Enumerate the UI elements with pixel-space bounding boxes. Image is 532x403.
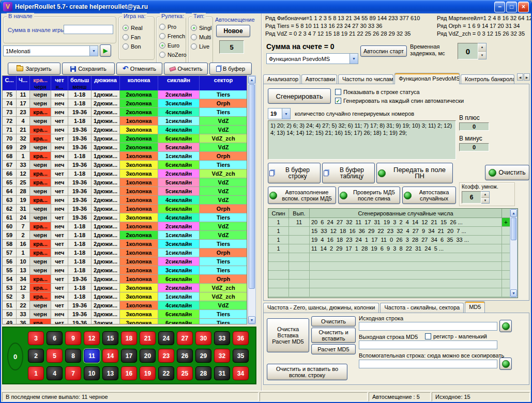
board-number-9[interactable]: 9 <box>65 331 81 345</box>
board-number-17[interactable]: 17 <box>121 349 137 363</box>
scroll-thumb[interactable] <box>249 84 255 289</box>
aux-string-input[interactable] <box>359 360 497 368</box>
history-scrollbar[interactable]: ▲ ▼ <box>248 75 256 324</box>
tab-scroll-left-icon[interactable]: ◀ <box>517 73 523 81</box>
autobet-random-button[interactable]: Автоставка случайных <box>402 187 456 204</box>
generated-row[interactable]: 111 14 2 29 17 1 28 19 6 9 3 8 22 31 24 … <box>268 244 518 253</box>
generated-row[interactable]: 11120 6 24 27 32 11 17 31 19 3 2 4 14 12… <box>268 218 518 227</box>
history-row[interactable]: 6319кра...неч19-362дюжи...1колонка4сикла… <box>3 196 247 205</box>
history-row[interactable]: 523кра...неч1-181дюжи...3колонка1сиклайн… <box>3 292 247 301</box>
chevron-down-icon[interactable]: ▼ <box>89 46 98 56</box>
clear-generated-button[interactable]: Очистить <box>485 165 529 180</box>
board-number-12[interactable]: 12 <box>84 331 100 345</box>
md5-clear-paste-aux-button[interactable]: Очистить и вставить во вспом. строку <box>267 364 347 380</box>
source-globe-button[interactable] <box>499 320 512 332</box>
autospin-start-button[interactable]: Автоспин старт <box>360 45 407 57</box>
spin-down-icon[interactable]: ▼ <box>481 198 489 204</box>
board-number-14[interactable]: 14 <box>102 349 118 363</box>
board-number-10[interactable]: 10 <box>84 366 100 380</box>
history-row[interactable]: 592чернчет1-181дюжи...2колонка1сиклайнVd… <box>3 231 247 240</box>
radio-fan[interactable]: Fan <box>123 33 143 42</box>
history-row[interactable]: 7417черннеч1-182дюжи...2колонка3сиклайнO… <box>3 99 247 108</box>
tab-4[interactable]: Функционал PsevdoMS <box>394 73 460 84</box>
radio-nozero[interactable]: NoZero <box>159 50 187 59</box>
board-number-5[interactable]: 5 <box>47 349 63 363</box>
board-number-15[interactable]: 15 <box>102 331 118 345</box>
history-row[interactable]: 571кра...неч1-181дюжи...1колонка1сиклайн… <box>3 249 247 257</box>
board-number-3[interactable]: 3 <box>28 331 44 345</box>
board-number-8[interactable]: 8 <box>65 349 81 363</box>
history-row[interactable]: 6428чернчет19-363дюжи...1колонка5сиклайн… <box>3 187 247 196</box>
history-row[interactable]: 6231черннеч19-363дюжи...1колонка6сиклайн… <box>3 205 247 213</box>
scroll-down-arrow[interactable]: ▼ <box>248 316 255 324</box>
checkbox-icon[interactable]: ✓ <box>335 98 341 104</box>
minimize-button[interactable]: − <box>494 2 505 12</box>
tab-3[interactable]: Частоты по числам <box>338 74 393 84</box>
board-number-7[interactable]: 7 <box>65 366 81 380</box>
generate-button[interactable]: Сгенерировать <box>268 88 331 104</box>
history-row[interactable]: 6929черннеч19-363дюжи...2колонка5сиклайн… <box>3 143 247 152</box>
generated-row[interactable]: 115 33 12 18 16 36 29 22 23 32 4 27 9 34… <box>268 227 518 236</box>
radio-french[interactable]: French <box>159 32 187 41</box>
board-number-4[interactable]: 4 <box>47 366 63 380</box>
tab-2[interactable]: Автоставки <box>301 74 337 84</box>
board-number-19[interactable]: 19 <box>140 366 156 380</box>
history-row[interactable]: 7511черннеч1-181дюжи...2колонка2сиклайнT… <box>3 90 247 99</box>
chevron-down-icon[interactable]: ▼ <box>282 109 290 119</box>
source-string-input[interactable] <box>359 322 497 331</box>
maximize-button[interactable]: □ <box>506 2 517 12</box>
history-row[interactable]: 5312кра...чет1-181дюжи...3колонка2сиклай… <box>3 284 247 292</box>
history-row[interactable]: 7323кра...неч19-362дюжи...2колонка4сикла… <box>3 108 247 117</box>
board-number-0[interactable]: 0 <box>7 343 23 370</box>
tab-2[interactable]: Частота - сиклайны, сектора <box>380 303 464 313</box>
functional-combobox[interactable]: Функционал PsevdoMS ▼ <box>266 53 358 64</box>
generated-table-scrollbar[interactable]: ▲ ▼ <box>510 209 518 298</box>
board-number-31[interactable]: 31 <box>214 366 230 380</box>
md5-big-button[interactable]: Очистка Вставка Расчет MD5 <box>267 318 309 352</box>
spin-up-icon[interactable]: ▲ <box>481 192 489 198</box>
tab-3[interactable]: MD5 <box>465 301 485 313</box>
undo-button[interactable]: ↶ Отменить <box>116 63 162 75</box>
tab-5[interactable]: Контроль банкрола <box>461 74 514 84</box>
save-button[interactable]: Сохранить <box>62 63 115 75</box>
board-number-35[interactable]: 35 <box>233 349 249 363</box>
check-md5-button[interactable]: Проверить МД5 после спина <box>338 187 400 204</box>
history-row[interactable]: 6124чернчет19-362дюжи...3колонка4сиклайн… <box>3 213 247 222</box>
md5-clear-paste-button[interactable]: Очистить и вставить <box>311 328 356 343</box>
checkbox-icon[interactable] <box>425 333 431 339</box>
lowercase-checkbox[interactable]: регистр - маленький <box>425 333 487 339</box>
buffer-line-button[interactable]: В буфер строку <box>268 163 321 183</box>
board-number-18[interactable]: 18 <box>121 331 137 345</box>
board-number-34[interactable]: 34 <box>233 366 249 380</box>
board-number-23[interactable]: 23 <box>158 349 174 363</box>
history-row[interactable]: 5122чернчет19-362дюжи...1колонка4сиклайн… <box>3 301 247 310</box>
gen-checkbox-1[interactable]: Показывать в строке статуса <box>335 89 420 95</box>
history-row[interactable]: 7121кра...неч19-362дюжи...3колонка4сикла… <box>3 126 247 134</box>
radio-euro[interactable]: Euro <box>159 41 187 50</box>
tab-scroll-control[interactable]: ◀ ▶ <box>517 73 530 81</box>
board-number-21[interactable]: 21 <box>140 331 156 345</box>
delay-spinner[interactable]: 0 ▲▼ <box>458 43 487 59</box>
run-preset-button[interactable]: ▶ <box>100 44 111 57</box>
generated-numbers-textarea[interactable]: 1) 20; 2) 6; 3) 24; 4) 27; 5) 32; 6) 11;… <box>268 120 456 160</box>
autofill-md5-button[interactable]: Автозаполнение вспом. строки МД5 <box>268 187 336 204</box>
board-number-2[interactable]: 2 <box>28 349 44 363</box>
radio-real[interactable]: Real <box>123 23 143 33</box>
spin-up-icon[interactable]: ▲ <box>478 43 486 52</box>
scroll-thumb[interactable] <box>511 218 516 240</box>
board-number-29[interactable]: 29 <box>195 349 211 363</box>
board-number-27[interactable]: 27 <box>177 331 193 345</box>
board-number-26[interactable]: 26 <box>177 349 193 363</box>
tab-1[interactable]: Анализатор <box>263 74 300 84</box>
history-row[interactable]: 6612кра...чет1-181дюжи...3колонка2сиклай… <box>3 169 247 178</box>
board-number-11[interactable]: 11 <box>84 349 100 363</box>
new-autoshift-button[interactable]: Новое <box>216 25 250 37</box>
preset-combobox[interactable]: 1Melonati ▼ <box>3 45 98 56</box>
checkbox-icon[interactable] <box>335 89 341 95</box>
md5-calc-button[interactable]: Расчет MD5 <box>311 344 356 354</box>
md5-clear-button[interactable]: Очистить <box>311 316 356 327</box>
board-number-36[interactable]: 36 <box>233 331 249 345</box>
board-number-24[interactable]: 24 <box>158 331 174 345</box>
history-row[interactable]: 5434кра...чет19-363дюжи...1колонка6сикла… <box>3 275 247 284</box>
titlebar[interactable]: V HelperRoullet 5.7- create helperroulle… <box>1 0 531 13</box>
